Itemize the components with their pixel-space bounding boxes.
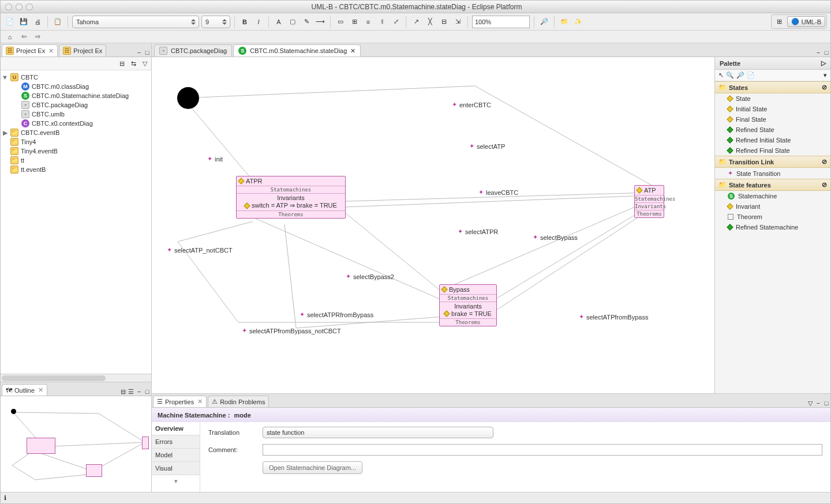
- horizontal-scrollbar[interactable]: [1, 374, 151, 382]
- diagram-canvas[interactable]: ATPR Statemachines Invariants switch = A…: [152, 57, 715, 393]
- tab-package-diag[interactable]: ▫CBTC.packageDiag: [154, 44, 232, 57]
- outline-tree-icon[interactable]: ☰: [127, 388, 135, 396]
- palette-item[interactable]: Refined Final State: [715, 145, 830, 156]
- italic-icon[interactable]: I: [253, 16, 264, 28]
- perspective-umlb[interactable]: 🔵UML-B: [787, 16, 825, 27]
- palette-item[interactable]: Refined State: [715, 125, 830, 135]
- search-icon[interactable]: 🔎: [538, 16, 550, 28]
- project-tree[interactable]: ▼UCBTC MCBTC.m0.classDiag SCBTC.m0.State…: [1, 70, 151, 374]
- comment-input[interactable]: [263, 444, 822, 456]
- autosize-icon[interactable]: ⤢: [390, 16, 402, 28]
- view-menu-icon[interactable]: ▽: [140, 59, 149, 68]
- transition-label[interactable]: ✦enterCBTC: [452, 101, 491, 108]
- palette-item[interactable]: Refined Initial State: [715, 135, 830, 145]
- transition-label[interactable]: ✦selectATPRfromBypass: [300, 311, 373, 318]
- palette-item[interactable]: Invariant: [715, 201, 830, 212]
- close-window-button[interactable]: [5, 3, 12, 10]
- snap-icon[interactable]: ⇲: [452, 16, 463, 28]
- wand-icon[interactable]: ✨: [572, 16, 584, 28]
- tab-project-explorer-2[interactable]: ☷Project Ex: [59, 44, 106, 57]
- palette-item[interactable]: Initial State: [715, 104, 830, 114]
- palette-section-transition[interactable]: 📁Transition Link⊘: [715, 156, 830, 168]
- router-icon[interactable]: ↗: [410, 16, 422, 28]
- prop-tab-errors[interactable]: Errors: [152, 435, 200, 449]
- bold-icon[interactable]: B: [239, 16, 250, 28]
- select-icon[interactable]: ▭: [335, 16, 346, 28]
- palette-item[interactable]: State: [715, 93, 830, 104]
- font-family-combo[interactable]: Tahoma: [72, 16, 199, 28]
- pointer-icon[interactable]: ↖: [718, 72, 724, 79]
- paste-icon[interactable]: 📋: [52, 16, 63, 28]
- maximize-view-icon[interactable]: □: [143, 48, 151, 57]
- transition-label[interactable]: ✦selectBypass: [533, 234, 578, 241]
- tab-outline[interactable]: 🗺Outline✕: [2, 384, 47, 396]
- transition-label[interactable]: ✦selectATPfromBypass_notCBCT: [242, 327, 341, 334]
- save-icon[interactable]: 💾: [18, 16, 29, 28]
- tab-properties[interactable]: ☰Properties✕: [153, 396, 207, 407]
- close-icon[interactable]: ✕: [48, 47, 54, 55]
- state-atp[interactable]: ATP Statemachines Invariants Theorems: [634, 185, 664, 218]
- open-statemachine-button[interactable]: Open Statemachine Diagram...: [263, 461, 362, 474]
- tab-project-explorer-1[interactable]: ☷Project Ex✕: [2, 44, 58, 57]
- expand-icon[interactable]: ▶: [2, 130, 8, 136]
- distribute-icon[interactable]: ⫴: [376, 16, 388, 28]
- zoom-input[interactable]: 100%: [472, 16, 530, 28]
- state-bypass[interactable]: Bypass Statemachines Invariants brake = …: [439, 284, 497, 326]
- transition-label[interactable]: ✦leaveCBTC: [478, 189, 518, 196]
- minimize-editor-icon[interactable]: −: [814, 48, 822, 57]
- zoom-in-icon[interactable]: 🔍: [726, 72, 734, 79]
- minimize-view-icon[interactable]: −: [135, 48, 143, 57]
- connector-icon[interactable]: ⟶: [315, 16, 326, 28]
- palette-item[interactable]: ✦State Transition: [715, 168, 830, 179]
- note-icon[interactable]: 📄: [747, 72, 755, 79]
- more-tabs-icon[interactable]: ▾: [152, 475, 200, 485]
- prop-tab-visual[interactable]: Visual: [152, 462, 200, 475]
- palette-item[interactable]: SStatemachine: [715, 191, 830, 201]
- transition-label[interactable]: ✦selectBypass2: [346, 273, 394, 280]
- palette-section-features[interactable]: 📁State features⊘: [715, 179, 830, 191]
- prop-tab-model[interactable]: Model: [152, 449, 200, 462]
- arrange-icon[interactable]: ⊞: [349, 16, 360, 28]
- home-icon[interactable]: ⌂: [4, 31, 16, 43]
- palette-item[interactable]: Theorem: [715, 212, 830, 222]
- back-icon[interactable]: ⇦: [18, 31, 29, 43]
- grid-icon[interactable]: ⊟: [438, 16, 450, 28]
- forward-icon[interactable]: ⇨: [32, 31, 43, 43]
- prop-tab-overview[interactable]: Overview: [152, 422, 200, 435]
- outline-minimap[interactable]: [1, 396, 151, 492]
- font-size-combo[interactable]: 9: [201, 16, 230, 28]
- transition-label[interactable]: ✦init: [207, 155, 223, 163]
- chevron-right-icon[interactable]: ▷: [821, 59, 826, 67]
- font-color-icon[interactable]: A: [273, 16, 285, 28]
- perspective-switcher-button[interactable]: ⊞: [773, 16, 786, 27]
- expand-icon[interactable]: ▼: [2, 74, 8, 81]
- palette-item[interactable]: Refined Statemachine: [715, 222, 830, 232]
- palette-item[interactable]: Final State: [715, 114, 830, 125]
- minimize-window-button[interactable]: [16, 3, 23, 10]
- minimize-view-icon[interactable]: −: [814, 399, 822, 407]
- align-icon[interactable]: ≡: [362, 16, 374, 28]
- initial-state-node[interactable]: [177, 87, 199, 109]
- state-atpr[interactable]: ATPR Statemachines Invariants switch = A…: [236, 176, 346, 219]
- minimize-view-icon[interactable]: −: [135, 388, 143, 396]
- fill-color-icon[interactable]: ▢: [287, 16, 298, 28]
- zoom-out-icon[interactable]: 🔎: [736, 72, 744, 79]
- close-icon[interactable]: ✕: [38, 386, 43, 394]
- close-icon[interactable]: ✕: [197, 398, 203, 405]
- close-icon[interactable]: ✕: [350, 47, 355, 55]
- zoom-window-button[interactable]: [26, 3, 33, 10]
- maximize-view-icon[interactable]: □: [822, 399, 830, 407]
- view-menu-icon[interactable]: ▽: [806, 399, 814, 407]
- print-icon[interactable]: 🖨: [32, 16, 43, 28]
- maximize-editor-icon[interactable]: □: [822, 48, 830, 57]
- tab-rodin-problems[interactable]: ⚠Rodin Problems: [208, 396, 269, 407]
- palette-menu-icon[interactable]: ▾: [823, 72, 827, 79]
- maximize-view-icon[interactable]: □: [143, 388, 151, 396]
- transition-label[interactable]: ✦selectATPfromBypass: [579, 313, 648, 321]
- translation-select[interactable]: state function: [263, 427, 493, 438]
- link-editor-icon[interactable]: ⇆: [129, 59, 138, 68]
- layout-icon[interactable]: ╳: [424, 16, 436, 28]
- line-color-icon[interactable]: ✎: [301, 16, 312, 28]
- tab-state-diag[interactable]: SCBTC.m0.Statemachine.stateDiag✕: [233, 44, 361, 57]
- transition-label[interactable]: ✦selectATP: [469, 142, 505, 150]
